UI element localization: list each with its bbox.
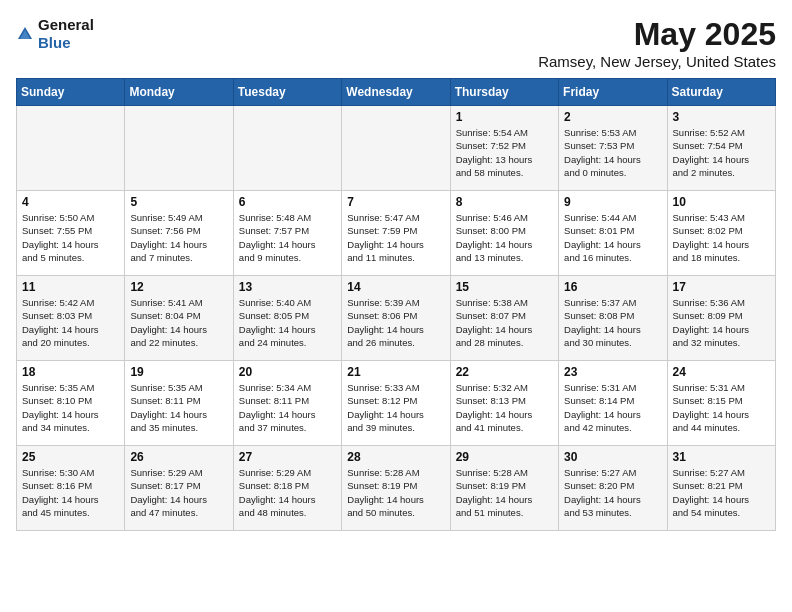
day-number: 19 [130, 365, 227, 379]
logo-general: General [38, 16, 94, 33]
day-number: 30 [564, 450, 661, 464]
day-info: Sunrise: 5:49 AM Sunset: 7:56 PM Dayligh… [130, 211, 227, 264]
logo-text: General Blue [38, 16, 94, 52]
calendar-week-row: 11Sunrise: 5:42 AM Sunset: 8:03 PM Dayli… [17, 276, 776, 361]
day-number: 12 [130, 280, 227, 294]
day-info: Sunrise: 5:31 AM Sunset: 8:15 PM Dayligh… [673, 381, 770, 434]
weekday-header: Sunday [17, 79, 125, 106]
calendar-cell: 25Sunrise: 5:30 AM Sunset: 8:16 PM Dayli… [17, 446, 125, 531]
calendar-cell: 10Sunrise: 5:43 AM Sunset: 8:02 PM Dayli… [667, 191, 775, 276]
calendar-cell: 26Sunrise: 5:29 AM Sunset: 8:17 PM Dayli… [125, 446, 233, 531]
calendar-cell: 31Sunrise: 5:27 AM Sunset: 8:21 PM Dayli… [667, 446, 775, 531]
subtitle: Ramsey, New Jersey, United States [538, 53, 776, 70]
day-info: Sunrise: 5:28 AM Sunset: 8:19 PM Dayligh… [456, 466, 553, 519]
calendar-cell: 4Sunrise: 5:50 AM Sunset: 7:55 PM Daylig… [17, 191, 125, 276]
day-number: 27 [239, 450, 336, 464]
calendar-cell: 8Sunrise: 5:46 AM Sunset: 8:00 PM Daylig… [450, 191, 558, 276]
weekday-header: Thursday [450, 79, 558, 106]
day-info: Sunrise: 5:27 AM Sunset: 8:20 PM Dayligh… [564, 466, 661, 519]
day-number: 8 [456, 195, 553, 209]
day-info: Sunrise: 5:40 AM Sunset: 8:05 PM Dayligh… [239, 296, 336, 349]
day-number: 18 [22, 365, 119, 379]
day-number: 23 [564, 365, 661, 379]
calendar-cell: 2Sunrise: 5:53 AM Sunset: 7:53 PM Daylig… [559, 106, 667, 191]
day-number: 22 [456, 365, 553, 379]
day-number: 3 [673, 110, 770, 124]
day-number: 21 [347, 365, 444, 379]
logo-blue: Blue [38, 34, 71, 51]
calendar-cell: 1Sunrise: 5:54 AM Sunset: 7:52 PM Daylig… [450, 106, 558, 191]
day-info: Sunrise: 5:29 AM Sunset: 8:18 PM Dayligh… [239, 466, 336, 519]
weekday-header: Wednesday [342, 79, 450, 106]
day-info: Sunrise: 5:38 AM Sunset: 8:07 PM Dayligh… [456, 296, 553, 349]
day-info: Sunrise: 5:30 AM Sunset: 8:16 PM Dayligh… [22, 466, 119, 519]
day-number: 9 [564, 195, 661, 209]
day-number: 20 [239, 365, 336, 379]
calendar-cell: 9Sunrise: 5:44 AM Sunset: 8:01 PM Daylig… [559, 191, 667, 276]
logo-icon [16, 25, 34, 43]
day-number: 1 [456, 110, 553, 124]
day-info: Sunrise: 5:52 AM Sunset: 7:54 PM Dayligh… [673, 126, 770, 179]
day-info: Sunrise: 5:50 AM Sunset: 7:55 PM Dayligh… [22, 211, 119, 264]
day-info: Sunrise: 5:34 AM Sunset: 8:11 PM Dayligh… [239, 381, 336, 434]
calendar-cell: 5Sunrise: 5:49 AM Sunset: 7:56 PM Daylig… [125, 191, 233, 276]
calendar-cell: 3Sunrise: 5:52 AM Sunset: 7:54 PM Daylig… [667, 106, 775, 191]
day-info: Sunrise: 5:31 AM Sunset: 8:14 PM Dayligh… [564, 381, 661, 434]
calendar-cell: 30Sunrise: 5:27 AM Sunset: 8:20 PM Dayli… [559, 446, 667, 531]
logo: General Blue [16, 16, 94, 52]
day-number: 10 [673, 195, 770, 209]
calendar-week-row: 1Sunrise: 5:54 AM Sunset: 7:52 PM Daylig… [17, 106, 776, 191]
day-number: 17 [673, 280, 770, 294]
day-number: 26 [130, 450, 227, 464]
day-info: Sunrise: 5:39 AM Sunset: 8:06 PM Dayligh… [347, 296, 444, 349]
calendar-week-row: 18Sunrise: 5:35 AM Sunset: 8:10 PM Dayli… [17, 361, 776, 446]
day-number: 24 [673, 365, 770, 379]
day-number: 13 [239, 280, 336, 294]
weekday-header-row: SundayMondayTuesdayWednesdayThursdayFrid… [17, 79, 776, 106]
day-info: Sunrise: 5:47 AM Sunset: 7:59 PM Dayligh… [347, 211, 444, 264]
day-number: 5 [130, 195, 227, 209]
day-info: Sunrise: 5:41 AM Sunset: 8:04 PM Dayligh… [130, 296, 227, 349]
day-info: Sunrise: 5:33 AM Sunset: 8:12 PM Dayligh… [347, 381, 444, 434]
calendar-cell: 22Sunrise: 5:32 AM Sunset: 8:13 PM Dayli… [450, 361, 558, 446]
calendar-cell: 18Sunrise: 5:35 AM Sunset: 8:10 PM Dayli… [17, 361, 125, 446]
day-number: 25 [22, 450, 119, 464]
weekday-header: Monday [125, 79, 233, 106]
day-info: Sunrise: 5:32 AM Sunset: 8:13 PM Dayligh… [456, 381, 553, 434]
calendar-cell: 24Sunrise: 5:31 AM Sunset: 8:15 PM Dayli… [667, 361, 775, 446]
day-number: 28 [347, 450, 444, 464]
day-number: 29 [456, 450, 553, 464]
calendar-cell: 14Sunrise: 5:39 AM Sunset: 8:06 PM Dayli… [342, 276, 450, 361]
calendar-cell: 21Sunrise: 5:33 AM Sunset: 8:12 PM Dayli… [342, 361, 450, 446]
day-info: Sunrise: 5:53 AM Sunset: 7:53 PM Dayligh… [564, 126, 661, 179]
day-info: Sunrise: 5:28 AM Sunset: 8:19 PM Dayligh… [347, 466, 444, 519]
day-info: Sunrise: 5:43 AM Sunset: 8:02 PM Dayligh… [673, 211, 770, 264]
calendar-cell [233, 106, 341, 191]
calendar-cell: 12Sunrise: 5:41 AM Sunset: 8:04 PM Dayli… [125, 276, 233, 361]
main-title: May 2025 [538, 16, 776, 53]
page-header: General Blue May 2025 Ramsey, New Jersey… [16, 16, 776, 70]
day-number: 2 [564, 110, 661, 124]
day-number: 6 [239, 195, 336, 209]
day-number: 11 [22, 280, 119, 294]
calendar-cell [342, 106, 450, 191]
day-info: Sunrise: 5:42 AM Sunset: 8:03 PM Dayligh… [22, 296, 119, 349]
day-info: Sunrise: 5:35 AM Sunset: 8:11 PM Dayligh… [130, 381, 227, 434]
calendar-cell: 17Sunrise: 5:36 AM Sunset: 8:09 PM Dayli… [667, 276, 775, 361]
day-info: Sunrise: 5:54 AM Sunset: 7:52 PM Dayligh… [456, 126, 553, 179]
calendar-cell: 16Sunrise: 5:37 AM Sunset: 8:08 PM Dayli… [559, 276, 667, 361]
weekday-header: Tuesday [233, 79, 341, 106]
calendar-cell [125, 106, 233, 191]
calendar-cell: 27Sunrise: 5:29 AM Sunset: 8:18 PM Dayli… [233, 446, 341, 531]
calendar-cell [17, 106, 125, 191]
day-info: Sunrise: 5:29 AM Sunset: 8:17 PM Dayligh… [130, 466, 227, 519]
day-number: 14 [347, 280, 444, 294]
title-block: May 2025 Ramsey, New Jersey, United Stat… [538, 16, 776, 70]
calendar-cell: 13Sunrise: 5:40 AM Sunset: 8:05 PM Dayli… [233, 276, 341, 361]
calendar-cell: 20Sunrise: 5:34 AM Sunset: 8:11 PM Dayli… [233, 361, 341, 446]
day-number: 7 [347, 195, 444, 209]
calendar-week-row: 4Sunrise: 5:50 AM Sunset: 7:55 PM Daylig… [17, 191, 776, 276]
calendar-cell: 29Sunrise: 5:28 AM Sunset: 8:19 PM Dayli… [450, 446, 558, 531]
day-info: Sunrise: 5:37 AM Sunset: 8:08 PM Dayligh… [564, 296, 661, 349]
day-number: 16 [564, 280, 661, 294]
